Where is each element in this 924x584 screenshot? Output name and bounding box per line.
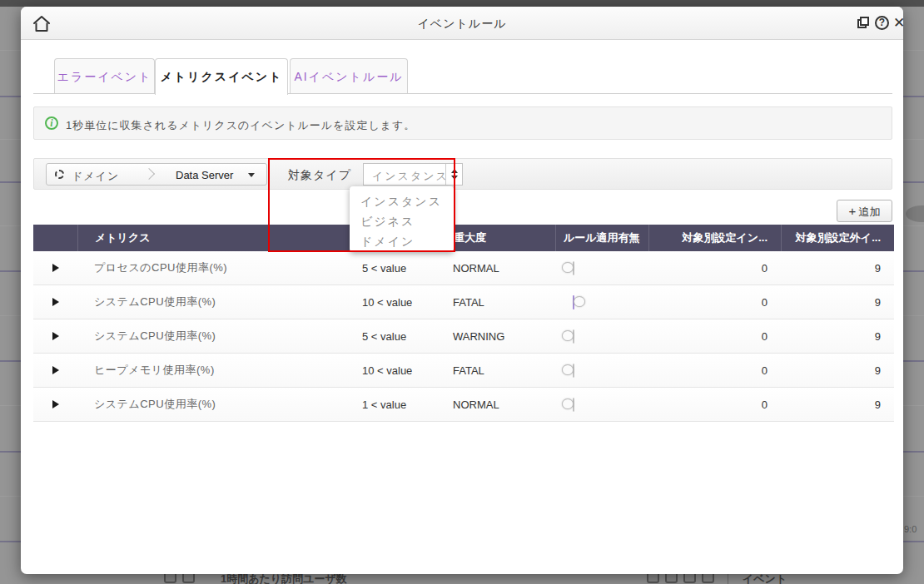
breadcrumb-chevron-icon bbox=[143, 168, 155, 180]
severity-value: NORMAL bbox=[445, 398, 555, 411]
background-time-label: 9:0 bbox=[904, 524, 917, 534]
domain-selector[interactable]: ドメイン Data Server bbox=[46, 163, 267, 186]
condition-value: 1 < value bbox=[350, 398, 445, 411]
expand-icon[interactable] bbox=[52, 366, 59, 374]
close-button[interactable]: ✕ bbox=[892, 16, 907, 31]
metrics-table: メトリクス 重大度 ルール適用有無 対象別設定イン... 対象別設定外イ... … bbox=[33, 225, 894, 422]
dialog-header: イベントルール ? ✕ bbox=[21, 7, 903, 40]
toggle-knob bbox=[562, 398, 574, 409]
domain-value: Data Server bbox=[176, 169, 233, 181]
close-icon: ✕ bbox=[893, 15, 905, 31]
info-banner: i 1秒単位に収集されるメトリクスのイベントルールを設定します。 bbox=[33, 106, 892, 140]
in-count: 0 bbox=[648, 262, 781, 275]
background-top-bar bbox=[0, 0, 924, 7]
condition-value: 5 < value bbox=[350, 262, 445, 275]
event-rules-dialog: イベントルール ? ✕ エラーイベント メトリクスイベント AIイベントルール … bbox=[21, 7, 903, 574]
help-button[interactable]: ? bbox=[875, 16, 889, 30]
table-body: プロセスのCPU使用率(%) 5 < value NORMAL 0 9 システム… bbox=[33, 251, 894, 422]
header-severity: 重大度 bbox=[445, 225, 555, 251]
expand-icon[interactable] bbox=[52, 298, 59, 306]
info-icon: i bbox=[45, 116, 58, 130]
condition-value: 10 < value bbox=[350, 296, 445, 309]
header-target-in: 対象別設定イン... bbox=[648, 225, 781, 251]
add-button-label: 追加 bbox=[858, 205, 880, 218]
target-type-label: 対象タイプ bbox=[288, 168, 351, 183]
caret-down-icon bbox=[248, 173, 255, 177]
spinner-icon bbox=[445, 164, 462, 185]
tab-ai-event-rules[interactable]: AIイベントルール bbox=[290, 58, 408, 94]
header-metric: メトリクス bbox=[77, 225, 350, 251]
condition-value: 10 < value bbox=[350, 364, 445, 377]
in-count: 0 bbox=[648, 398, 781, 411]
condition-value: 5 < value bbox=[350, 330, 445, 343]
metric-name: システムCPU使用率(%) bbox=[77, 294, 350, 309]
spinner-down-icon bbox=[451, 176, 458, 180]
toggle-knob bbox=[574, 296, 585, 307]
out-count: 9 bbox=[781, 262, 894, 275]
header-target-out: 対象別設定外イ... bbox=[781, 225, 894, 251]
toggle-knob bbox=[562, 330, 574, 341]
table-row: システムCPU使用率(%) 5 < value WARNING 0 9 bbox=[33, 319, 894, 354]
tab-error-events[interactable]: エラーイベント bbox=[54, 58, 155, 94]
expand-icon[interactable] bbox=[52, 264, 59, 272]
table-header-row: メトリクス 重大度 ルール適用有無 対象別設定イン... 対象別設定外イ... bbox=[33, 225, 894, 251]
add-button[interactable]: +追加 bbox=[837, 200, 892, 222]
expand-icon[interactable] bbox=[52, 400, 59, 408]
metric-name: プロセスのCPU使用率(%) bbox=[77, 260, 350, 275]
help-icon: ? bbox=[879, 17, 885, 28]
expand-icon[interactable] bbox=[52, 332, 59, 340]
background-shape bbox=[906, 205, 924, 222]
target-type-select[interactable]: インスタンス bbox=[363, 163, 463, 186]
table-row: ヒープメモリ使用率(%) 10 < value FATAL 0 9 bbox=[33, 354, 894, 388]
dropdown-option-domain[interactable]: ドメイン bbox=[350, 231, 454, 251]
spinner-up-icon bbox=[451, 169, 458, 173]
in-count: 0 bbox=[648, 296, 781, 309]
info-message: 1秒単位に収集されるメトリクスのイベントルールを設定します。 bbox=[66, 118, 415, 133]
table-row: プロセスのCPU使用率(%) 5 < value NORMAL 0 9 bbox=[33, 251, 894, 285]
out-count: 9 bbox=[781, 330, 894, 343]
plus-icon: + bbox=[849, 204, 857, 218]
rule-toggle[interactable] bbox=[573, 398, 574, 412]
rule-toggle[interactable] bbox=[573, 295, 574, 309]
target-type-dropdown: インスタンス ビジネス ドメイン bbox=[350, 186, 454, 252]
target-type-value: インスタンス bbox=[372, 169, 449, 184]
in-count: 0 bbox=[648, 364, 781, 377]
restore-icon bbox=[860, 17, 869, 26]
out-count: 9 bbox=[781, 398, 894, 411]
header-rule-enabled: ルール適用有無 bbox=[555, 225, 648, 251]
rule-toggle[interactable] bbox=[573, 261, 574, 275]
table-row: システムCPU使用率(%) 10 < value FATAL 0 9 bbox=[33, 285, 894, 319]
metric-name: ヒープメモリ使用率(%) bbox=[77, 363, 350, 378]
dialog-title: イベントルール bbox=[21, 17, 903, 32]
toggle-knob bbox=[562, 364, 574, 375]
header-expand bbox=[33, 225, 77, 251]
in-count: 0 bbox=[648, 330, 781, 343]
restore-button[interactable] bbox=[857, 16, 872, 31]
out-count: 9 bbox=[781, 296, 894, 309]
severity-value: FATAL bbox=[445, 296, 555, 309]
tab-metrics-events[interactable]: メトリクスイベント bbox=[155, 58, 288, 95]
metric-name: システムCPU使用率(%) bbox=[77, 397, 350, 412]
severity-value: WARNING bbox=[445, 330, 555, 343]
severity-value: FATAL bbox=[445, 364, 555, 377]
domain-icon bbox=[55, 170, 64, 179]
out-count: 9 bbox=[781, 364, 894, 377]
rule-toggle[interactable] bbox=[573, 364, 574, 378]
severity-value: NORMAL bbox=[445, 262, 555, 275]
filter-bar: ドメイン Data Server 対象タイプ インスタンス bbox=[33, 158, 892, 190]
table-row: システムCPU使用率(%) 1 < value NORMAL 0 9 bbox=[33, 388, 894, 422]
domain-type-label: ドメイン bbox=[72, 169, 119, 184]
toggle-knob bbox=[562, 262, 574, 273]
rule-toggle[interactable] bbox=[573, 329, 574, 344]
metric-name: システムCPU使用率(%) bbox=[77, 329, 350, 344]
dropdown-option-instance[interactable]: インスタンス bbox=[350, 191, 454, 211]
dropdown-option-business[interactable]: ビジネス bbox=[350, 211, 454, 231]
